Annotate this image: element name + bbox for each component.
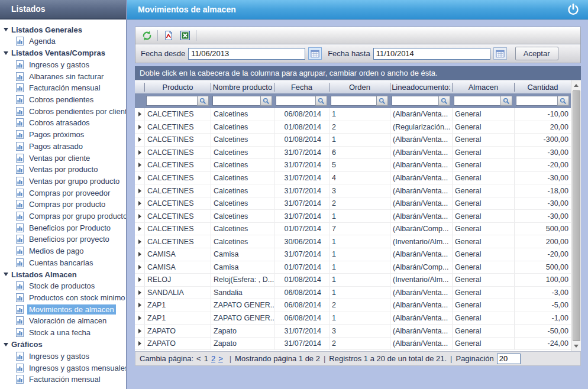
row-expander-cell[interactable] (135, 134, 144, 146)
row-expand-icon[interactable] (138, 176, 141, 180)
date-from-input[interactable] (188, 48, 305, 60)
row-expander-cell[interactable] (135, 248, 144, 261)
row-expand-icon[interactable] (138, 329, 141, 333)
row-expander-cell[interactable] (135, 159, 144, 171)
row-expander-cell[interactable] (135, 121, 144, 134)
row-expand-icon[interactable] (138, 341, 141, 346)
column-filter-input[interactable] (331, 96, 376, 106)
scroll-down-icon[interactable] (572, 342, 581, 351)
row-expander-cell[interactable] (135, 108, 144, 121)
row-expand-icon[interactable] (138, 252, 141, 257)
scrollbar-thumb[interactable] (573, 90, 580, 341)
table-row[interactable]: CAMISACamisa31/07/20141(Albarán/Venta...… (135, 248, 571, 261)
column-header[interactable]: Cantidad (514, 83, 571, 92)
row-expander-cell[interactable] (135, 274, 144, 286)
refresh-icon[interactable] (140, 28, 154, 43)
sidebar-item[interactable]: Agenda (0, 35, 126, 47)
sidebar-item[interactable]: Pagos próximos (0, 129, 126, 141)
row-expand-icon[interactable] (138, 226, 141, 231)
page-2-link[interactable]: 2 (211, 354, 215, 363)
row-expand-icon[interactable] (138, 125, 141, 129)
page-prev[interactable]: < (196, 354, 201, 363)
scroll-up-icon[interactable] (572, 81, 581, 90)
date-to-input[interactable] (373, 48, 490, 60)
table-row[interactable]: CALCETINESCalcetines31/07/20146(Albarán/… (135, 147, 571, 160)
accept-button[interactable]: Aceptar (515, 47, 558, 60)
column-header[interactable]: Nombre producto (211, 83, 274, 92)
table-row[interactable]: CALCETINESCalcetines31/07/20143(Albarán/… (135, 184, 571, 197)
column-header[interactable]: Almacen (452, 83, 514, 92)
sidebar-item[interactable]: Compras por proveedor (0, 187, 126, 199)
power-icon[interactable] (566, 2, 581, 17)
sidebar-item[interactable]: Compras por grupo producto (0, 210, 126, 222)
column-header[interactable]: Producto (144, 83, 211, 92)
row-expander-cell[interactable] (135, 147, 144, 159)
sidebar-item[interactable]: Pagos atrasado (0, 141, 126, 153)
sidebar-item[interactable]: Compras por producto (0, 199, 126, 210)
row-expander-cell[interactable] (135, 223, 144, 235)
table-row[interactable]: CALCETINESCalcetines31/07/20142(Albarán/… (135, 197, 571, 210)
column-search-icon[interactable] (260, 96, 272, 106)
row-expand-icon[interactable] (138, 277, 141, 282)
column-filter-input[interactable] (516, 96, 557, 106)
page-next-link[interactable]: > (218, 354, 223, 363)
sidebar-item[interactable]: Ventas por cliente (0, 152, 126, 164)
row-expander-cell[interactable] (135, 235, 144, 248)
column-search-icon[interactable] (500, 96, 512, 106)
sidebar-item[interactable]: Cuentas bancarias (0, 257, 126, 268)
sidebar-item[interactable]: Cobros pendientes (0, 94, 126, 106)
row-expand-icon[interactable] (138, 163, 141, 167)
table-row[interactable]: ZAP1ZAPATO GENER...06/08/20142(Albarán/V… (135, 299, 571, 312)
column-search-icon[interactable] (197, 96, 209, 106)
column-search-icon[interactable] (315, 96, 327, 106)
column-filter-input[interactable] (146, 96, 197, 106)
sidebar-item[interactable]: Ingresos y gastos (0, 351, 126, 362)
tree-group-header[interactable]: Listados Almacen (0, 268, 126, 280)
table-row[interactable]: CALCETINESCalcetines01/08/20142(Regulari… (135, 121, 571, 134)
column-header[interactable]: Fecha (274, 83, 329, 92)
export-excel-icon[interactable] (178, 28, 192, 43)
row-expand-icon[interactable] (138, 112, 141, 116)
page-size-input[interactable] (497, 354, 521, 364)
row-expand-icon[interactable] (138, 316, 141, 320)
row-expand-icon[interactable] (138, 303, 141, 307)
row-expand-icon[interactable] (138, 239, 141, 244)
calendar-to-icon[interactable] (493, 47, 507, 60)
sidebar-item[interactable]: Cobros pendientes por cliente (0, 105, 126, 117)
row-expand-icon[interactable] (138, 290, 141, 295)
collapse-icon[interactable] (4, 343, 8, 346)
row-expander-cell[interactable] (135, 184, 144, 197)
table-row[interactable]: CALCETINESCalcetines31/07/20145(Albarán/… (135, 159, 571, 172)
table-row[interactable]: ZAP1ZAPATO GENER...06/08/20141(Albarán/V… (135, 312, 571, 325)
table-row[interactable]: ZAPATOZapato31/07/20143(Albarán/Venta...… (135, 325, 571, 338)
column-search-icon[interactable] (376, 96, 388, 106)
row-expand-icon[interactable] (138, 189, 141, 193)
calendar-from-icon[interactable] (308, 47, 322, 60)
column-filter-input[interactable] (454, 96, 500, 106)
table-row[interactable]: CALCETINESCalcetines01/07/20147(Albarán/… (135, 223, 571, 236)
sidebar-item[interactable]: Facturación mensual (0, 374, 126, 385)
row-expander-cell[interactable] (135, 287, 144, 299)
row-expander-cell[interactable] (135, 197, 144, 210)
sidebar-item[interactable]: Beneficios por Producto (0, 222, 126, 234)
column-filter-input[interactable] (392, 96, 438, 106)
table-row[interactable]: CALCETINESCalcetines30/06/20141(Inventar… (135, 235, 571, 248)
table-row[interactable]: RELOJReloj(Esfera: , D...01/08/20141(Inv… (135, 274, 571, 287)
sidebar-item[interactable]: Stock de productos (0, 280, 126, 292)
row-expander-cell[interactable] (135, 261, 144, 274)
sidebar-item[interactable]: Valoración de almacen (0, 315, 126, 327)
sidebar-item[interactable]: Beneficios por proyecto (0, 234, 126, 245)
sidebar-item[interactable]: Cobros atrasados (0, 117, 126, 129)
tree-group-header[interactable]: Listados Ventas/Compras (0, 47, 126, 59)
sidebar-item[interactable]: Ventas por grupo producto (0, 176, 126, 187)
sidebar-item[interactable]: Facturación mensual (0, 82, 126, 94)
table-row[interactable]: CALCETINESCalcetines01/08/20141(Albarán/… (135, 134, 571, 147)
sidebar-item[interactable]: Ingresos y gastos mensuales (0, 362, 126, 374)
tree-group-header[interactable]: Listados Generales (0, 24, 126, 35)
row-expander-cell[interactable] (135, 338, 144, 350)
sidebar-item[interactable]: Ventas por producto (0, 164, 126, 176)
row-expand-icon[interactable] (138, 150, 141, 155)
column-header[interactable]: Lineadocumento: (390, 83, 452, 92)
sidebar-item[interactable]: Productos con stock minimo (0, 292, 126, 304)
row-expander-cell[interactable] (135, 299, 144, 312)
